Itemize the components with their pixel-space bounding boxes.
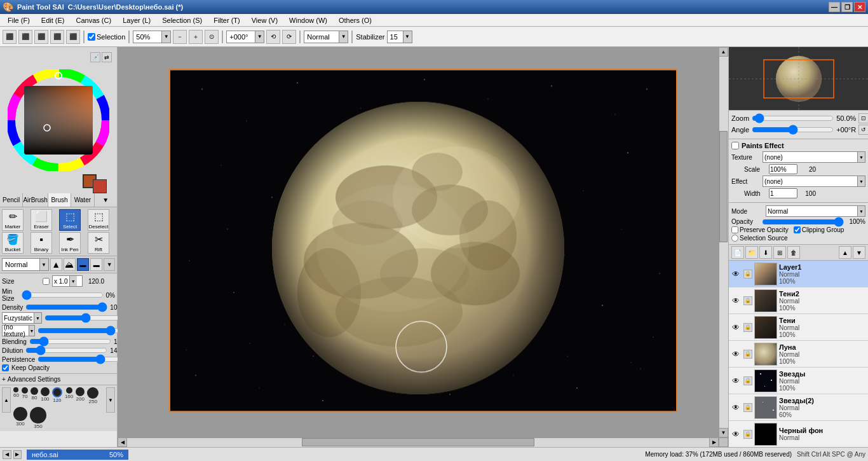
- brush-size-300[interactable]: 300: [13, 407, 27, 429]
- zoom-combo[interactable]: 50% ▼: [133, 31, 171, 43]
- chernyfon-eye-icon[interactable]: 👁: [730, 429, 742, 440]
- layer-item-zvezdy2[interactable]: 👁 🔒 Звезды(2) Normal 60%: [729, 394, 868, 421]
- tab-airbrush[interactable]: AirBrush: [23, 193, 48, 207]
- move-up-btn[interactable]: ▲: [839, 246, 851, 259]
- effect-effect-arrow[interactable]: ▼: [857, 176, 865, 186]
- shape-mountain-icon[interactable]: ⛰: [64, 258, 76, 271]
- advanced-settings-header[interactable]: + Advanced Settings: [2, 376, 115, 383]
- minsize-slider[interactable]: [22, 291, 104, 299]
- canvas-area[interactable]: ▲ ▼ ◀ ▶: [118, 47, 728, 447]
- status-scroll-left[interactable]: ◀: [3, 450, 11, 459]
- blending-slider[interactable]: [29, 338, 111, 345]
- fuzystatic-combo[interactable]: Fuzystatic ▼: [2, 312, 42, 324]
- brush-sizes-scroll-down[interactable]: ▼: [106, 387, 115, 413]
- menu-filter[interactable]: Filter (T): [208, 15, 245, 25]
- tab-pencil[interactable]: Pencil: [0, 193, 23, 207]
- menu-others[interactable]: Others (O): [334, 15, 377, 25]
- layer-mode-arrow[interactable]: ▼: [857, 206, 865, 216]
- menu-file[interactable]: File (F): [3, 15, 35, 25]
- brush-size-80[interactable]: 80: [31, 387, 38, 404]
- paints-effect-checkbox[interactable]: [731, 142, 739, 149]
- shape-triangle-icon[interactable]: ▲: [50, 258, 62, 271]
- rotation-arrow[interactable]: ▼: [255, 31, 264, 43]
- effect-effect-combo[interactable]: (none) ▼: [763, 175, 865, 187]
- brush-size-100[interactable]: 100: [41, 387, 50, 404]
- tool-select[interactable]: ⬚ Select: [59, 209, 81, 231]
- delete-layer-btn[interactable]: 🗑: [787, 246, 800, 259]
- blend-mode-combo[interactable]: Normal ▼: [304, 31, 348, 43]
- menu-layer[interactable]: Layer (L): [118, 15, 156, 25]
- density-slider[interactable]: [25, 303, 107, 311]
- restore-button[interactable]: ❐: [841, 2, 853, 12]
- tool-binary[interactable]: ▪ Binary: [31, 232, 52, 254]
- layer-mode-combo[interactable]: Normal ▼: [766, 205, 865, 217]
- toolbar-move-first[interactable]: ⬛: [3, 30, 17, 44]
- hscroll-thumb[interactable]: [302, 438, 534, 446]
- menu-canvas[interactable]: Canvas (C): [71, 15, 117, 25]
- brush-size-160[interactable]: 160: [65, 387, 73, 404]
- keepopacity-checkbox[interactable]: [2, 364, 9, 371]
- width-effect-input[interactable]: [769, 188, 797, 198]
- zoom-reset[interactable]: ⊙: [205, 30, 219, 44]
- angle-reset-btn[interactable]: ↺: [858, 125, 868, 135]
- drawing-canvas[interactable]: [170, 70, 677, 412]
- hscroll-track[interactable]: [127, 437, 709, 447]
- brush-mode-arrow[interactable]: ▼: [39, 259, 48, 270]
- close-button[interactable]: ✕: [854, 2, 865, 12]
- layer-item-layer1[interactable]: 👁 🔒 Layer1 Normal 100%: [729, 261, 868, 287]
- luna-lock-icon[interactable]: 🔒: [743, 350, 752, 359]
- rotation-combo[interactable]: +000° ▼: [226, 31, 264, 43]
- scale-effect-input[interactable]: [769, 164, 797, 174]
- tool-marker[interactable]: ✏ Marker: [2, 209, 24, 231]
- brush-size-250[interactable]: 250: [87, 387, 98, 404]
- texture-effect-combo[interactable]: (none) ▼: [763, 151, 865, 163]
- scroll-bottom-btn[interactable]: ▼: [719, 428, 728, 437]
- vscroll-thumb[interactable]: [719, 131, 728, 242]
- zoom-minus[interactable]: －: [173, 30, 187, 44]
- scroll-top-btn[interactable]: ▲: [719, 47, 728, 57]
- brush-mode-combo[interactable]: Normal ▼: [2, 258, 49, 271]
- angle-slider[interactable]: [752, 126, 834, 134]
- teni-eye-icon[interactable]: 👁: [730, 322, 742, 333]
- zvezdy2-eye-icon[interactable]: 👁: [730, 402, 742, 413]
- menu-edit[interactable]: Edit (E): [36, 15, 70, 25]
- toolbar-btn5[interactable]: ⬛: [66, 30, 80, 44]
- layer-item-chernyfon[interactable]: 👁 🔒 Черный фон Normal: [729, 421, 868, 447]
- menu-window[interactable]: Window (W): [284, 15, 332, 25]
- vscroll-track[interactable]: [719, 57, 728, 428]
- menu-view[interactable]: View (V): [247, 15, 283, 25]
- layer-opacity-slider[interactable]: [762, 219, 844, 225]
- dilution-slider[interactable]: [25, 347, 107, 354]
- color-wheel[interactable]: [8, 69, 109, 171]
- preserve-opacity-checkbox[interactable]: [731, 226, 738, 233]
- luna-eye-icon[interactable]: 👁: [730, 348, 742, 360]
- stabilizer-combo[interactable]: 15 ▼: [387, 31, 412, 43]
- merge-btn[interactable]: ⊞: [773, 246, 786, 259]
- scroll-left-btn[interactable]: ◀: [118, 437, 127, 447]
- clipping-group-checkbox[interactable]: [794, 226, 801, 233]
- zvezdy-eye-icon[interactable]: 👁: [730, 375, 742, 387]
- size-multiplier-combo[interactable]: x 1.0 ▼: [52, 275, 83, 287]
- tool-deselect[interactable]: ⬚ Deselect: [88, 209, 109, 231]
- brush-size-70[interactable]: 70: [22, 387, 28, 404]
- tab-expand[interactable]: ▼: [95, 193, 117, 207]
- chernyfon-lock-icon[interactable]: 🔒: [743, 430, 752, 439]
- zoom-arrow[interactable]: ▼: [161, 31, 170, 43]
- texture-effect-arrow[interactable]: ▼: [857, 152, 865, 162]
- import-btn[interactable]: ⬇: [759, 246, 772, 259]
- blend-mode-arrow[interactable]: ▼: [339, 31, 348, 43]
- teni2-lock-icon[interactable]: 🔒: [743, 296, 752, 305]
- stabilizer-arrow[interactable]: ▼: [403, 31, 412, 43]
- teni2-eye-icon[interactable]: 👁: [730, 295, 742, 306]
- brush-sizes-scroll-up[interactable]: ▲: [2, 387, 11, 413]
- fuzystatic-slider[interactable]: [44, 314, 126, 322]
- selection-checkbox[interactable]: [88, 33, 95, 41]
- texture-arrow[interactable]: ▼: [29, 326, 34, 336]
- background-color[interactable]: [93, 179, 107, 193]
- toolbar-btn3[interactable]: ⬛: [34, 30, 48, 44]
- tool-rift[interactable]: ✂ Rift: [88, 232, 109, 254]
- layer-list[interactable]: 👁 🔒 Layer1 Normal 100% 👁 🔒 Тени2 Normal …: [729, 261, 868, 447]
- rotate-ccw[interactable]: ⟲: [266, 30, 280, 44]
- fuzystatic-arrow[interactable]: ▼: [34, 313, 41, 323]
- layer-item-zvezdy[interactable]: 👁 🔒 Звезды Normal 100%: [729, 368, 868, 394]
